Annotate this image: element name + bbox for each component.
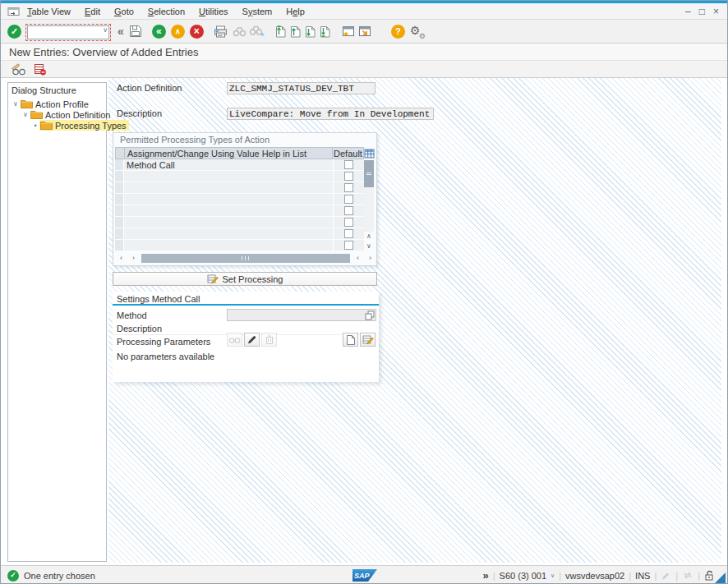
menu-help[interactable]: Help <box>286 7 305 16</box>
resize-grip[interactable] <box>715 573 726 583</box>
hscroll-thumb[interactable] <box>141 254 350 263</box>
maximize-button[interactable]: □ <box>699 7 705 16</box>
create-parameter-button[interactable] <box>343 333 358 347</box>
folder-icon <box>21 99 33 108</box>
row-selector[interactable] <box>115 182 124 193</box>
row-selector[interactable] <box>115 217 124 228</box>
row-selector[interactable] <box>115 159 124 170</box>
minimize-button[interactable]: – <box>685 7 691 16</box>
cancel-button[interactable]: × <box>190 25 204 39</box>
table-row[interactable] <box>115 240 364 251</box>
exit-button[interactable]: ∧ <box>171 25 185 39</box>
value-help-icon[interactable] <box>365 310 375 320</box>
table-row[interactable] <box>115 171 364 182</box>
scroll-down-icon[interactable]: ∨ <box>363 241 375 251</box>
vscroll-track[interactable] <box>364 160 374 232</box>
processing-type-cell[interactable] <box>124 194 333 205</box>
new-session-button[interactable] <box>341 25 355 38</box>
last-page-button[interactable] <box>319 25 331 38</box>
default-checkbox[interactable] <box>344 183 353 192</box>
tree-expand-icon[interactable]: ∨ <box>21 111 30 118</box>
folder-icon <box>30 110 43 119</box>
processing-type-cell[interactable] <box>124 205 333 216</box>
save-button[interactable] <box>129 25 142 38</box>
menu-selection[interactable]: Selection <box>148 7 185 16</box>
row-selector[interactable] <box>115 228 124 239</box>
tree-expand-icon[interactable]: ∨ <box>12 100 20 108</box>
menu-system[interactable]: System <box>242 7 273 16</box>
scroll-right-icon[interactable]: › <box>127 253 140 264</box>
menu-utilities[interactable]: Utilities <box>199 7 228 16</box>
system-menu-icon[interactable] <box>7 7 21 16</box>
main-column-header[interactable]: Assignment/Change Using Value Help in Li… <box>125 148 332 159</box>
default-checkbox[interactable] <box>344 241 353 250</box>
table-row[interactable] <box>115 217 364 228</box>
table-row[interactable] <box>115 182 364 194</box>
processing-type-cell[interactable] <box>124 182 333 193</box>
close-button[interactable]: × <box>713 7 719 16</box>
horizontal-scrollbar[interactable]: ‹ › ‹ › <box>115 253 376 264</box>
help-button[interactable]: ? <box>391 25 405 39</box>
edit-parameter-button[interactable] <box>360 333 376 347</box>
scroll-left-icon-2[interactable]: ‹ <box>352 253 364 264</box>
row-selector[interactable] <box>115 205 124 216</box>
status-overflow-icon[interactable]: » <box>483 569 489 582</box>
customize-layout-button[interactable]: ⚙⚙ <box>410 24 425 39</box>
menu-edit[interactable]: Edit <box>85 7 100 16</box>
create-shortcut-button[interactable] <box>357 25 371 38</box>
table-settings-icon[interactable] <box>363 147 375 159</box>
page-down-button[interactable] <box>304 25 316 38</box>
hscroll-track[interactable] <box>141 254 350 263</box>
change-parameters-button[interactable] <box>244 333 260 347</box>
menu-goto[interactable]: Goto <box>114 7 134 16</box>
table-row[interactable]: Method Call <box>115 159 364 171</box>
processing-type-cell[interactable] <box>124 228 333 239</box>
processing-type-cell[interactable] <box>124 171 333 182</box>
description-field[interactable] <box>227 108 434 120</box>
row-selector-header[interactable] <box>116 148 125 159</box>
display-change-button[interactable] <box>11 63 26 76</box>
row-selector[interactable] <box>115 240 124 251</box>
table-row[interactable] <box>115 205 364 217</box>
scroll-left-icon[interactable]: ‹ <box>115 253 127 264</box>
processing-parameters-label: Processing Parameters <box>117 337 210 347</box>
page-up-button[interactable] <box>289 25 302 38</box>
back-button[interactable]: « <box>152 25 166 39</box>
processing-type-cell[interactable] <box>124 217 333 228</box>
command-dropdown-icon[interactable]: ∨ <box>103 26 108 34</box>
default-checkbox[interactable] <box>344 206 353 215</box>
set-processing-button[interactable]: Set Processing <box>113 272 377 286</box>
tree-item-action-definition[interactable]: ∨ Action Definition <box>8 109 106 120</box>
default-checkbox[interactable] <box>344 172 353 181</box>
system-session-info[interactable]: S60 (3) 001 <box>500 571 546 581</box>
default-column-header[interactable]: Default <box>332 148 363 159</box>
processing-type-cell[interactable] <box>124 240 333 251</box>
row-selector[interactable] <box>115 171 124 182</box>
table-row[interactable] <box>115 194 364 205</box>
delete-entry-button[interactable] <box>34 63 47 76</box>
method-field[interactable] <box>227 309 376 321</box>
scroll-up-icon[interactable]: ∧ <box>363 232 375 241</box>
command-input[interactable] <box>27 25 109 39</box>
session-lock-icon[interactable] <box>704 570 714 581</box>
tree-item-action-profile[interactable]: ∨ Action Profile <box>8 99 106 109</box>
first-page-button[interactable] <box>274 25 287 38</box>
default-checkbox[interactable] <box>344 195 353 204</box>
default-checkbox[interactable] <box>344 229 353 238</box>
vertical-scrollbar[interactable]: ∧ ∨ <box>363 147 375 251</box>
vscroll-thumb[interactable] <box>364 160 374 187</box>
print-button[interactable] <box>214 25 228 38</box>
default-checkbox[interactable] <box>344 160 353 169</box>
session-dropdown-icon[interactable]: ∨ <box>551 573 555 579</box>
row-selector[interactable] <box>115 194 124 205</box>
table-row[interactable] <box>115 228 364 240</box>
menu-table-view[interactable]: Table View <box>27 7 71 16</box>
enter-button[interactable]: ✓ <box>7 25 21 39</box>
processing-type-cell[interactable]: Method Call <box>124 159 333 170</box>
scroll-right-icon-2[interactable]: › <box>364 253 376 264</box>
action-definition-field[interactable] <box>227 82 376 94</box>
collapse-command-icon[interactable]: « <box>117 25 124 37</box>
tree-item-processing-types[interactable]: • Processing Types <box>8 120 106 131</box>
input-mode[interactable]: INS <box>635 571 650 581</box>
default-checkbox[interactable] <box>344 218 353 227</box>
